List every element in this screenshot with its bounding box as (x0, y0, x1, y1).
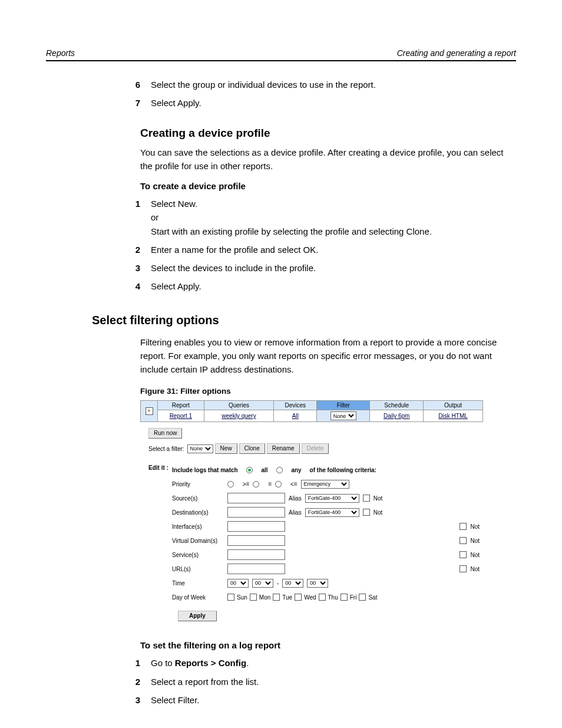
select-filter-dropdown[interactable]: None (187, 444, 213, 453)
figure-caption: Figure 31: Filter options (140, 387, 516, 396)
step-number: 7 (117, 96, 151, 110)
not-label: Not (373, 495, 383, 502)
link-report-name[interactable]: Report 1 (170, 413, 192, 419)
radio-any-label: any (291, 467, 301, 473)
urls-input[interactable] (227, 564, 285, 574)
tab-report[interactable]: Report (158, 401, 204, 410)
link-queries[interactable]: weekly query (222, 413, 256, 419)
radio-icon (276, 467, 283, 473)
subheading-to-create: To create a device profile (140, 181, 516, 191)
step-number: 1 (117, 656, 151, 670)
tab-schedule[interactable]: Schedule (370, 401, 424, 410)
time-hh-from[interactable]: 00 (227, 579, 249, 588)
destinations-alias-select[interactable]: FortiGate-400 (305, 508, 359, 517)
step-number: 4 (117, 279, 151, 293)
step-text: Go to Reports > Config. (151, 656, 516, 670)
not-checkbox[interactable] (363, 509, 370, 516)
radio-icon (275, 481, 282, 487)
link-schedule[interactable]: Daily 6pm (384, 413, 409, 419)
time-mm-from[interactable]: 00 (252, 579, 273, 588)
radio-any-wrap[interactable]: any (276, 465, 302, 475)
edit-label: Edit it : (148, 465, 172, 471)
step-number: 3 (117, 261, 151, 275)
step-text: Select the devices to include in the pro… (151, 261, 516, 275)
radio-eq[interactable]: = (253, 479, 272, 489)
tab-filter[interactable]: Filter (317, 401, 370, 410)
link-devices[interactable]: All (292, 413, 299, 419)
step-text: Select Filter. (151, 693, 516, 707)
interfaces-input[interactable] (227, 521, 285, 532)
sources-alias-select[interactable]: FortiGate-400 (305, 494, 359, 503)
tab-queries[interactable]: Queries (204, 401, 274, 410)
services-input[interactable] (227, 549, 285, 560)
label-services: Service(s) (172, 552, 225, 558)
dow-label: Fri (350, 594, 357, 601)
step-text: Select Apply. (151, 279, 516, 293)
time-mm-to[interactable]: 00 (307, 579, 328, 588)
dow-checkbox[interactable] (340, 594, 348, 601)
filter-options-figure: + Report Queries Devices Filter Schedule… (140, 400, 483, 627)
step-number: 1 (117, 197, 151, 210)
new-button[interactable]: New (215, 443, 237, 454)
time-hh-to[interactable]: 00 (282, 579, 303, 588)
tab-devices[interactable]: Devices (274, 401, 317, 410)
dow-checkbox[interactable] (359, 594, 366, 601)
step-row: 6 Select the group or individual devices… (117, 78, 516, 91)
clone-button[interactable]: Clone (239, 443, 265, 454)
not-checkbox[interactable] (363, 495, 370, 502)
header-left: Reports (46, 48, 75, 58)
not-checkbox[interactable] (459, 523, 467, 530)
paragraph: You can save the selections as a device … (140, 146, 516, 173)
not-checkbox[interactable] (459, 565, 467, 572)
radio-icon (253, 481, 259, 487)
not-checkbox[interactable] (459, 537, 467, 544)
step-text: Enter a name for the profile and select … (151, 243, 516, 256)
step-row: 4 Select Apply. (117, 279, 516, 293)
rename-button[interactable]: Rename (267, 443, 300, 454)
radio-icon (246, 467, 253, 473)
step-line: Start with an existing profile by select… (151, 226, 432, 236)
expand-button[interactable]: + (141, 401, 158, 422)
priority-select[interactable]: Emergency (301, 480, 349, 489)
link-output[interactable]: Disk HTML (438, 413, 467, 419)
dow-checkbox[interactable] (295, 594, 302, 601)
header-right: Creating and generating a report (397, 48, 516, 58)
not-label: Not (470, 552, 480, 558)
step-row: 3 Select the devices to include in the p… (117, 261, 516, 275)
step-row: 2 Enter a name for the profile and selec… (117, 243, 516, 256)
filter-select[interactable]: None (330, 411, 356, 420)
step-number: 2 (117, 243, 151, 256)
run-now-button[interactable]: Run now (148, 428, 182, 439)
not-label: Not (373, 509, 383, 516)
step-line: or (151, 212, 158, 222)
label-priority: Priority (172, 481, 225, 487)
dow-checkbox[interactable] (273, 594, 280, 601)
radio-ge[interactable]: >= (227, 479, 249, 489)
delete-button[interactable]: Delete (302, 443, 329, 454)
apply-button[interactable]: Apply (178, 611, 217, 621)
sources-input[interactable] (227, 493, 285, 503)
not-label: Not (470, 538, 480, 544)
not-checkbox[interactable] (459, 551, 467, 558)
step-row: 1 Select New. or Start with an existing … (117, 197, 516, 238)
radio-all-wrap[interactable]: all (246, 465, 268, 475)
radio-le[interactable]: <= (275, 479, 297, 489)
not-label: Not (470, 523, 480, 530)
step-row: 7 Select Apply. (117, 96, 516, 110)
paragraph: Filtering enables you to view or remove … (140, 335, 516, 377)
step-row: 2 Select a report from the list. (117, 675, 516, 689)
dow-checkbox[interactable] (227, 594, 234, 601)
label-time: Time (172, 580, 225, 587)
dow-checkbox[interactable] (319, 594, 326, 601)
destinations-input[interactable] (227, 507, 285, 518)
subheading-to-set-filtering: To set the filtering on a log report (140, 640, 516, 650)
step-line: Select New. (151, 199, 197, 209)
label-interfaces: Interface(s) (172, 523, 225, 530)
dow-checkbox[interactable] (250, 594, 257, 601)
dow-label: Sat (368, 594, 377, 601)
step-row: 3 Select Filter. (117, 693, 516, 707)
tab-output[interactable]: Output (424, 401, 483, 410)
dow-label: Thu (328, 594, 338, 601)
time-dash: - (277, 580, 279, 587)
virtual-domains-input[interactable] (227, 535, 285, 546)
